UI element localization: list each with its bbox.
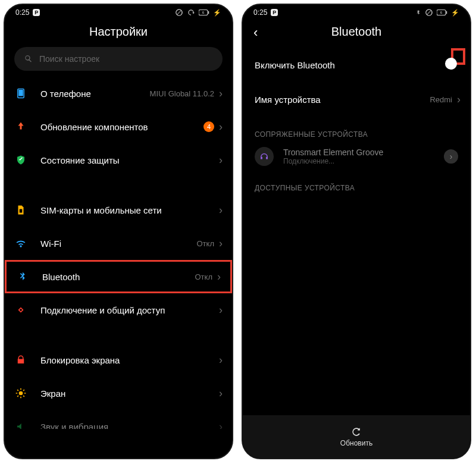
refresh-label: Обновить xyxy=(340,439,372,447)
section-paired-devices: СОПРЯЖЕННЫЕ УСТРОЙСТВА xyxy=(243,116,470,143)
back-button[interactable]: ‹ xyxy=(253,26,258,39)
phone-info-icon xyxy=(14,87,27,100)
lock-icon xyxy=(14,353,27,366)
page-title: Настройки xyxy=(5,18,232,47)
charging-icon: ⚡ xyxy=(213,9,221,17)
dnd-icon xyxy=(425,8,433,17)
row-wifi[interactable]: Wi-Fi Откл › xyxy=(5,227,232,260)
row-value: Откл xyxy=(195,272,213,281)
row-lockscreen[interactable]: Блокировка экрана › xyxy=(5,343,232,377)
settings-list: О телефоне MIUI Global 11.0.2 › Обновлен… xyxy=(5,77,232,429)
row-label: Подключение и общий доступ xyxy=(40,305,219,315)
row-value: Redmi xyxy=(430,95,452,104)
row-sim[interactable]: SIM-карты и мобильные сети › xyxy=(5,193,232,227)
status-bar: 0:25 P 6 ⚡ xyxy=(5,5,232,18)
row-label: Wi-Fi xyxy=(40,239,197,249)
battery-icon: 6 xyxy=(437,9,447,16)
row-label: Имя устройства xyxy=(255,95,430,105)
chevron-right-icon: › xyxy=(219,421,223,429)
row-display[interactable]: Экран › xyxy=(5,377,232,410)
row-label: Обновление компонентов xyxy=(40,122,203,132)
row-label: Экран xyxy=(40,388,219,399)
search-placeholder: Поиск настроек xyxy=(39,54,99,64)
row-about-phone[interactable]: О телефоне MIUI Global 11.0.2 › xyxy=(5,77,232,110)
row-updates[interactable]: Обновление компонентов 4 › xyxy=(5,110,232,143)
row-label: Блокировка экрана xyxy=(40,355,219,365)
refresh-button[interactable]: Обновить xyxy=(243,415,470,458)
chevron-right-icon: › xyxy=(219,154,223,167)
dnd-icon xyxy=(175,8,183,17)
svg-rect-4 xyxy=(18,90,23,96)
row-label: Звук и вибрация xyxy=(40,422,219,429)
chevron-right-icon: › xyxy=(219,121,223,133)
search-icon xyxy=(24,54,33,64)
battery-icon: 6 xyxy=(199,9,209,16)
bluetooth-icon xyxy=(16,270,29,283)
bluetooth-status-icon xyxy=(415,8,421,17)
row-enable-bluetooth[interactable]: Включить Bluetooth xyxy=(243,47,470,83)
row-value: Откл xyxy=(197,239,215,248)
row-value: MIUI Global 11.0.2 xyxy=(150,89,214,98)
svg-text:6: 6 xyxy=(440,11,443,14)
shield-icon xyxy=(14,153,27,167)
highlight-box xyxy=(451,48,465,65)
svg-text:6: 6 xyxy=(202,11,205,14)
update-badge: 4 xyxy=(203,121,214,132)
chevron-right-icon: › xyxy=(219,304,223,316)
chevron-right-icon: › xyxy=(219,87,223,100)
phone-settings: 0:25 P 6 ⚡ Настройки Поиск настроек О те… xyxy=(4,4,233,459)
section-available-devices: ДОСТУПНЫЕ УСТРОЙСТВА xyxy=(243,170,470,197)
sound-icon xyxy=(14,420,27,429)
alarm-off-icon xyxy=(187,8,195,17)
svg-rect-8 xyxy=(446,11,447,14)
chevron-right-icon: › xyxy=(219,354,223,366)
row-label: Включить Bluetooth xyxy=(255,60,461,70)
device-details-button[interactable]: › xyxy=(444,149,458,164)
page-title-text: Bluetooth xyxy=(331,25,382,38)
wifi-icon xyxy=(14,237,27,250)
chevron-right-icon: › xyxy=(219,237,223,250)
update-icon xyxy=(14,120,27,133)
status-icons: 6 ⚡ xyxy=(175,8,221,17)
share-icon xyxy=(14,303,27,316)
chevron-right-icon: › xyxy=(217,271,221,283)
chevron-right-icon: › xyxy=(219,387,223,400)
paired-device-status: Подключение... xyxy=(283,157,434,165)
svg-rect-1 xyxy=(208,11,209,14)
status-icons: 6 ⚡ xyxy=(415,8,459,17)
row-tethering[interactable]: Подключение и общий доступ › xyxy=(5,293,232,327)
paired-device-name: Tronsmart Element Groove xyxy=(283,148,434,157)
sim-icon xyxy=(14,203,27,217)
row-label: Bluetooth xyxy=(42,272,195,282)
search-input[interactable]: Поиск настроек xyxy=(14,47,223,71)
row-device-name[interactable]: Имя устройства Redmi › xyxy=(243,83,470,116)
row-security[interactable]: Состояние защиты › xyxy=(5,143,232,177)
chevron-right-icon: › xyxy=(457,93,461,106)
svg-rect-5 xyxy=(20,209,23,213)
headphones-icon xyxy=(255,147,274,166)
status-bar: 0:25 P 6 ⚡ xyxy=(243,5,470,18)
svg-point-6 xyxy=(19,391,23,396)
row-bluetooth[interactable]: Bluetooth Откл › xyxy=(5,260,232,293)
refresh-icon xyxy=(350,426,362,438)
row-label: SIM-карты и мобильные сети xyxy=(40,205,219,215)
sun-icon xyxy=(14,387,27,400)
status-time: 0:25 xyxy=(253,8,267,17)
paired-device-row[interactable]: Tronsmart Element Groove Подключение... … xyxy=(243,143,470,170)
row-label: О телефоне xyxy=(40,89,150,99)
status-time: 0:25 xyxy=(15,8,29,17)
charging-icon: ⚡ xyxy=(451,9,459,17)
android-p-icon: P xyxy=(33,9,40,16)
phone-bluetooth: 0:25 P 6 ⚡ ‹ Bluetooth Включить Bluetoot… xyxy=(242,4,471,459)
page-title: ‹ Bluetooth xyxy=(243,18,470,47)
android-p-icon: P xyxy=(271,9,278,16)
row-sound[interactable]: Звук и вибрация › xyxy=(5,410,232,429)
chevron-right-icon: › xyxy=(219,204,223,217)
row-label: Состояние защиты xyxy=(40,155,219,165)
